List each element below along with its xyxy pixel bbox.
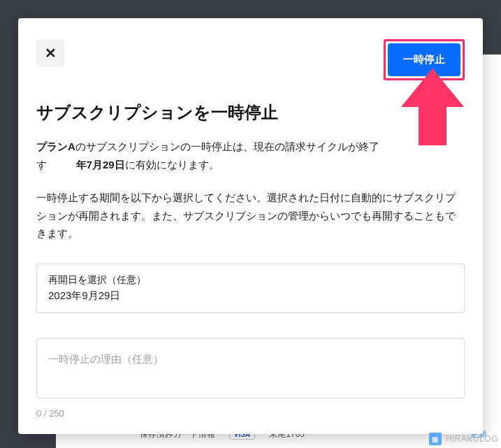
pause-reason-textarea[interactable]: 一時停止の理由（任意） [36, 338, 465, 398]
resume-date-value: 2023年9月29日 [48, 289, 453, 303]
highlight-frame: 一時停止 [384, 39, 465, 80]
resume-date-label: 再開日を選択（任意） [48, 274, 453, 287]
pause-subscription-modal: ✕ 一時停止 サブスクリプションを一時停止 プランAのサブスクリプションの一時停… [18, 18, 483, 434]
close-button[interactable]: ✕ [36, 39, 64, 67]
instruction-description: 一時停止する期間を以下から選択してください。選択された日付に自動的にサブスクリプ… [36, 189, 465, 243]
plan-name: プランA [36, 140, 75, 152]
effective-date-description: プランAのサブスクリプションの一時停止は、現在の請求サイクルが終了す 年7月29… [36, 138, 465, 173]
pause-button[interactable]: 一時停止 [388, 43, 460, 76]
resume-date-select[interactable]: 再開日を選択（任意） 2023年9月29日 [36, 263, 465, 313]
watermark-text: HIRAKULOG [446, 434, 498, 444]
modal-title: サブスクリプションを一時停止 [36, 101, 465, 124]
close-icon: ✕ [45, 45, 57, 62]
modal-header-row: ✕ 一時停止 [36, 39, 465, 80]
desc1-tail: に有効になります。 [125, 159, 219, 171]
character-count: 0 / 250 [36, 408, 465, 419]
effective-date: 年7月29日 [76, 159, 125, 171]
pause-reason-placeholder: 一時停止の理由（任意） [48, 353, 453, 366]
watermark-icon: ▦ [429, 433, 442, 445]
watermark: ▦ HIRAKULOG [429, 433, 498, 445]
